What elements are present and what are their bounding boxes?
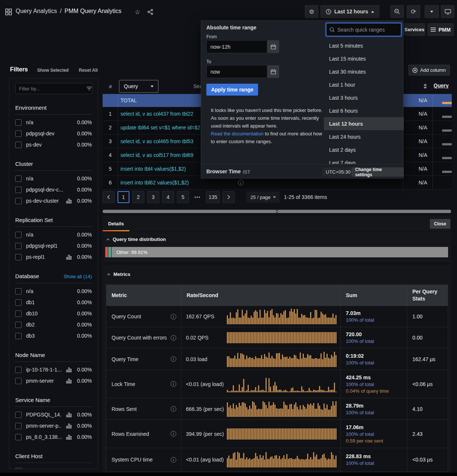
filter-checkbox[interactable]	[15, 367, 22, 373]
info-icon[interactable]: i	[171, 381, 176, 387]
info-icon[interactable]: i	[171, 335, 176, 341]
quick-range-option[interactable]: Last 24 hours	[324, 130, 404, 143]
to-input[interactable]	[206, 65, 267, 78]
plus-circle-icon	[412, 68, 418, 73]
from-input[interactable]	[206, 40, 267, 53]
filter-checkbox[interactable]	[15, 187, 22, 193]
quick-range-option[interactable]: Last 12 hours	[324, 117, 404, 130]
reset-all-link[interactable]: Reset All	[79, 68, 98, 73]
dimension-select-dropdown[interactable]: Query	[119, 80, 158, 93]
time-range-picker-button[interactable]: Last 12 hours	[321, 5, 379, 18]
filter-checkbox[interactable]	[15, 423, 22, 429]
filter-checkbox[interactable]	[15, 243, 22, 249]
settings-gear-button[interactable]: ⚙	[305, 5, 318, 18]
page-size-select[interactable]: 25 / page	[247, 192, 279, 203]
services-button[interactable]: Services	[404, 23, 425, 36]
zoom-out-button[interactable]	[390, 5, 404, 18]
quick-range-option[interactable]: Last 30 minutes	[324, 65, 404, 78]
share-icon[interactable]	[147, 9, 153, 15]
filter-checkbox[interactable]	[15, 176, 22, 182]
filter-checkbox[interactable]	[15, 412, 22, 418]
collapse-chevron-icon[interactable]	[106, 238, 110, 241]
info-icon[interactable]: i	[171, 457, 176, 463]
page-button-2[interactable]: 2	[132, 191, 144, 203]
sum-percent-link[interactable]: 100% of total	[346, 410, 407, 415]
bar-chart-icon[interactable]	[66, 379, 72, 383]
filter-group-title: Node Name	[15, 351, 45, 359]
from-calendar-button[interactable]	[267, 40, 279, 53]
filter-checkbox[interactable]	[15, 468, 22, 470]
page-button-5[interactable]: 5	[177, 191, 189, 203]
sum-percent-link[interactable]: 100% of total	[346, 338, 407, 344]
star-favorite-icon[interactable]: ☆	[135, 8, 140, 16]
filter-checkbox[interactable]	[15, 434, 22, 440]
filter-checkbox[interactable]	[15, 254, 22, 260]
bar-chart-icon[interactable]	[66, 367, 72, 372]
collapse-chevron-icon[interactable]	[107, 273, 110, 276]
change-time-settings-button[interactable]: Change time settings	[351, 167, 404, 177]
sum-percent-link[interactable]: 100% of total	[346, 317, 407, 323]
filter-checkbox[interactable]	[15, 232, 22, 238]
tv-mode-button[interactable]	[441, 5, 454, 18]
show-all-link[interactable]: Show all (14)	[64, 273, 92, 281]
sum-percent-link[interactable]: 100% of total	[346, 460, 407, 466]
page-button-3[interactable]: 3	[147, 191, 159, 203]
bar-chart-icon[interactable]	[66, 199, 72, 203]
column-header-query-count[interactable]: Query	[434, 83, 448, 89]
filter-checkbox[interactable]	[15, 333, 22, 339]
page-button-last[interactable]: 135	[206, 191, 220, 203]
quick-range-option[interactable]: Last 1 hour	[324, 78, 404, 91]
sum-percent-link[interactable]: 100% of total	[346, 382, 407, 387]
filter-checkbox[interactable]	[15, 131, 22, 137]
quick-range-option[interactable]: Last 3 hours	[324, 91, 404, 104]
filter-checkbox[interactable]	[15, 119, 22, 126]
refresh-interval-dropdown[interactable]	[425, 5, 439, 18]
sum-percent-link[interactable]: 100% of total	[346, 431, 407, 437]
quick-range-option[interactable]: Last 7 days	[324, 156, 404, 164]
info-icon[interactable]: i	[238, 180, 244, 186]
show-selected-link[interactable]: Show Selected	[37, 68, 69, 73]
read-documentation-link[interactable]: Read the documentation	[211, 131, 264, 136]
bar-chart-icon[interactable]	[66, 412, 72, 417]
quick-range-search-input[interactable]	[337, 27, 398, 33]
metric-name-label: Rows Sent	[112, 406, 137, 412]
bar-chart-icon[interactable]	[66, 255, 72, 260]
info-icon[interactable]: i	[171, 431, 176, 437]
page-button-4[interactable]: 4	[162, 191, 174, 203]
filter-checkbox[interactable]	[15, 311, 22, 317]
filter-checkbox[interactable]	[15, 322, 22, 328]
next-page-button[interactable]	[223, 191, 235, 203]
metric-name: Rows Examinedi	[106, 420, 181, 448]
apply-time-range-button[interactable]: Apply time range	[206, 84, 258, 96]
info-icon[interactable]: i	[171, 356, 176, 362]
add-column-button[interactable]: Add column	[408, 65, 450, 75]
filter-search-input[interactable]	[19, 86, 84, 91]
details-resize-handle[interactable]	[103, 210, 451, 213]
previous-page-button[interactable]	[103, 191, 115, 203]
to-calendar-button[interactable]	[267, 65, 279, 78]
close-details-button[interactable]: Close	[430, 219, 450, 229]
quick-range-option[interactable]: Last 5 minutes	[324, 39, 404, 52]
filter-checkbox[interactable]	[15, 288, 22, 295]
bar-chart-icon[interactable]	[66, 424, 72, 428]
info-icon[interactable]: i	[171, 314, 176, 319]
quick-range-option[interactable]: Last 15 minutes	[324, 52, 404, 65]
bar-chart-icon[interactable]	[66, 435, 72, 440]
metric-per-query-cell: 0.00	[407, 327, 448, 348]
page-button-1[interactable]: 1	[118, 191, 129, 203]
breadcrumb-section[interactable]: Query Analytics	[16, 8, 57, 15]
pmm-menu-button[interactable]: PMM	[428, 23, 454, 36]
refresh-button[interactable]: ⟳	[407, 5, 420, 18]
quick-range-option[interactable]: Last 6 hours	[324, 104, 404, 117]
dashboards-grid-icon[interactable]	[5, 9, 12, 15]
filter-checkbox[interactable]	[15, 198, 22, 204]
filter-checkbox[interactable]	[15, 299, 22, 306]
quick-range-option[interactable]: Last 2 days	[324, 143, 404, 156]
sum-percent-link[interactable]: 100% of total	[346, 360, 407, 366]
filter-option-percent: 0.00%	[77, 288, 92, 294]
sort-icon[interactable]	[423, 84, 427, 89]
filter-checkbox[interactable]	[15, 142, 22, 148]
tab-details[interactable]: Details	[103, 216, 129, 231]
filter-checkbox[interactable]	[15, 378, 22, 384]
info-icon[interactable]: i	[171, 406, 176, 412]
